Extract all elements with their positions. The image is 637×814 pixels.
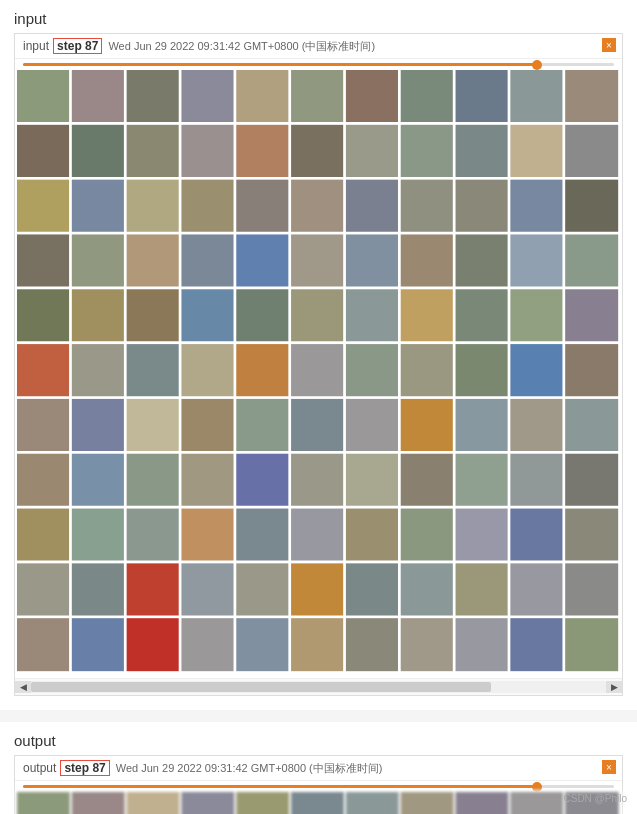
svg-rect-29	[401, 180, 454, 233]
svg-rect-45	[72, 289, 125, 342]
output-close-button[interactable]: ×	[602, 760, 616, 774]
svg-rect-15	[236, 125, 289, 178]
input-slider-row	[15, 59, 622, 68]
svg-rect-2	[127, 70, 180, 123]
svg-rect-35	[127, 234, 180, 287]
svg-rect-120	[565, 618, 618, 671]
svg-rect-62	[401, 344, 454, 397]
input-slider-thumb	[532, 60, 542, 70]
input-image-grid-container	[15, 68, 622, 678]
svg-rect-105	[346, 563, 399, 616]
svg-rect-22	[17, 180, 70, 233]
scroll-right-arrow[interactable]: ▶	[606, 681, 622, 693]
svg-rect-148	[401, 792, 454, 814]
svg-rect-26	[236, 180, 289, 233]
svg-rect-61	[346, 344, 399, 397]
input-panel: input step 87 Wed Jun 29 2022 09:31:42 G…	[14, 33, 623, 696]
svg-rect-9	[510, 70, 563, 123]
output-image-grid	[17, 792, 620, 814]
svg-rect-48	[236, 289, 289, 342]
svg-rect-14	[181, 125, 234, 178]
svg-rect-59	[236, 344, 289, 397]
svg-rect-4	[236, 70, 289, 123]
svg-rect-19	[456, 125, 509, 178]
scroll-left-arrow[interactable]: ◀	[15, 681, 31, 693]
watermark: CSDN @Philo	[563, 793, 627, 804]
output-section: output output step 87 Wed Jun 29 2022 09…	[0, 722, 637, 814]
svg-rect-58	[181, 344, 234, 397]
output-panel-header: output step 87 Wed Jun 29 2022 09:31:42 …	[15, 756, 622, 781]
svg-rect-66	[17, 399, 70, 452]
input-scrollbar[interactable]: ◀ ▶	[15, 678, 622, 695]
svg-rect-5	[291, 70, 344, 123]
svg-rect-23	[72, 180, 125, 233]
svg-rect-41	[456, 234, 509, 287]
svg-rect-40	[401, 234, 454, 287]
svg-rect-99	[17, 563, 70, 616]
svg-rect-118	[456, 618, 509, 671]
svg-rect-114	[236, 618, 289, 671]
svg-rect-69	[181, 399, 234, 452]
svg-rect-11	[17, 125, 70, 178]
svg-rect-27	[291, 180, 344, 233]
svg-rect-47	[181, 289, 234, 342]
output-timestamp: Wed Jun 29 2022 09:31:42 GMT+0800 (中国标准时…	[116, 761, 383, 776]
input-close-button[interactable]: ×	[602, 38, 616, 52]
svg-rect-76	[565, 399, 618, 452]
svg-rect-55	[17, 344, 70, 397]
svg-rect-56	[72, 344, 125, 397]
svg-rect-28	[346, 180, 399, 233]
svg-rect-145	[236, 792, 289, 814]
svg-rect-10	[565, 70, 618, 123]
svg-rect-89	[72, 509, 125, 562]
svg-rect-146	[291, 792, 344, 814]
input-slider-track[interactable]	[23, 63, 614, 66]
svg-rect-119	[510, 618, 563, 671]
svg-rect-38	[291, 234, 344, 287]
scroll-thumb	[31, 682, 491, 692]
svg-rect-101	[127, 563, 180, 616]
output-panel-label: output	[23, 761, 56, 775]
svg-rect-3	[181, 70, 234, 123]
svg-rect-42	[510, 234, 563, 287]
svg-rect-24	[127, 180, 180, 233]
input-section-title: input	[14, 10, 623, 27]
svg-rect-106	[401, 563, 454, 616]
output-slider-row	[15, 781, 622, 790]
svg-rect-78	[72, 454, 125, 507]
svg-rect-16	[291, 125, 344, 178]
svg-rect-1	[72, 70, 125, 123]
svg-rect-90	[127, 509, 180, 562]
svg-rect-37	[236, 234, 289, 287]
svg-rect-109	[565, 563, 618, 616]
svg-rect-104	[291, 563, 344, 616]
svg-rect-143	[127, 792, 180, 814]
svg-rect-100	[72, 563, 125, 616]
svg-rect-65	[565, 344, 618, 397]
svg-rect-7	[401, 70, 454, 123]
svg-rect-43	[565, 234, 618, 287]
svg-rect-103	[236, 563, 289, 616]
svg-rect-49	[291, 289, 344, 342]
svg-rect-63	[456, 344, 509, 397]
svg-rect-32	[565, 180, 618, 233]
svg-rect-108	[510, 563, 563, 616]
input-timestamp: Wed Jun 29 2022 09:31:42 GMT+0800 (中国标准时…	[108, 39, 375, 54]
svg-rect-25	[181, 180, 234, 233]
input-step-badge: step 87	[53, 38, 102, 54]
svg-rect-79	[127, 454, 180, 507]
svg-rect-51	[401, 289, 454, 342]
svg-rect-57	[127, 344, 180, 397]
scroll-track[interactable]	[31, 681, 606, 693]
svg-rect-50	[346, 289, 399, 342]
output-slider-track[interactable]	[23, 785, 614, 788]
input-slider-fill	[23, 63, 537, 66]
svg-rect-0	[17, 70, 70, 123]
svg-rect-82	[291, 454, 344, 507]
svg-rect-53	[510, 289, 563, 342]
svg-rect-98	[565, 509, 618, 562]
svg-rect-70	[236, 399, 289, 452]
svg-rect-87	[565, 454, 618, 507]
svg-rect-44	[17, 289, 70, 342]
svg-rect-31	[510, 180, 563, 233]
